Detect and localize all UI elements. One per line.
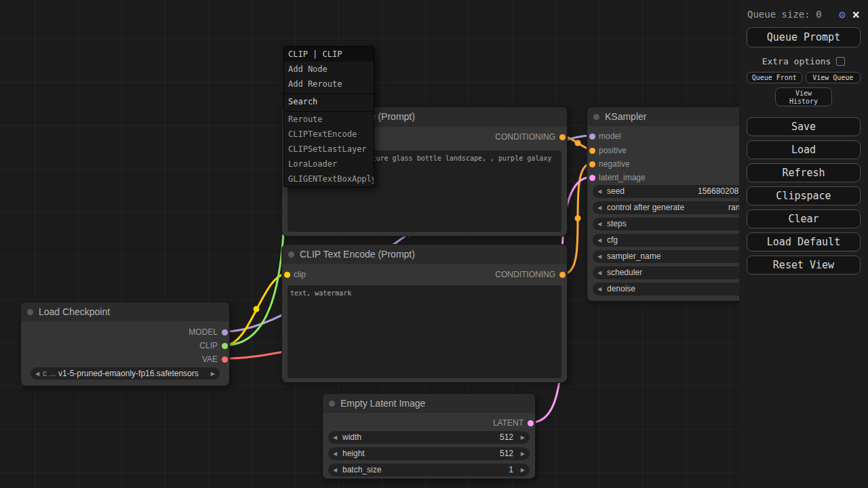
node-clip-text-encode-2[interactable]: CLIP Text Encode (Prompt) clip CONDITION…	[281, 244, 568, 383]
reset-view-button[interactable]: Reset View	[747, 256, 861, 274]
node-load-checkpoint[interactable]: Load Checkpoint MODEL CLIP VAE ◀ c ... v…	[20, 302, 230, 386]
collapse-toggle[interactable]	[27, 309, 33, 315]
menu-item-search[interactable]: Search	[284, 94, 374, 109]
output-slot-model[interactable]: MODEL	[21, 327, 229, 337]
save-button[interactable]: Save	[747, 117, 861, 136]
increment-arrow[interactable]: ▶	[521, 431, 525, 444]
output-dot-clip[interactable]	[222, 343, 228, 349]
input-dot-latent-image[interactable]	[589, 175, 595, 181]
slot-label: VAE	[202, 354, 218, 364]
widget-label: steps	[607, 218, 627, 230]
slot-label: LATENT	[493, 418, 524, 428]
menu-item-gligentextboxapply[interactable]: GLIGENTextBoxApply	[284, 171, 374, 186]
view-history-button[interactable]: View History	[775, 87, 832, 106]
extra-options-row: Extra options	[739, 55, 868, 67]
decrement-arrow[interactable]: ◀	[597, 283, 601, 296]
combo-label: c ...	[43, 367, 56, 380]
node-title: KSampler	[605, 111, 646, 122]
decrement-arrow[interactable]: ◀	[597, 218, 601, 230]
menu-item-add-node[interactable]: Add Node	[284, 62, 374, 77]
view-queue-button[interactable]: View Queue	[806, 72, 861, 83]
widget-batch-size[interactable]: ◀ batch_size 1 ▶	[328, 464, 530, 476]
widget-label: height	[342, 447, 365, 460]
menu-item-clipsetlastlayer[interactable]: CLIPSetLastLayer	[284, 142, 374, 157]
output-dot-model[interactable]	[222, 329, 228, 336]
node-titlebar[interactable]: CLIP Text Encode (Prompt)	[282, 245, 567, 264]
node-empty-latent-image[interactable]: Empty Latent Image LATENT ◀ width 512 ▶ …	[322, 393, 536, 479]
widget-value: 1	[509, 464, 513, 476]
collapse-toggle[interactable]	[593, 114, 599, 120]
node-titlebar[interactable]: Empty Latent Image	[323, 394, 535, 413]
combo-next-arrow[interactable]: ▶	[211, 367, 215, 380]
wire-clip-link	[226, 274, 287, 345]
clear-button[interactable]: Clear	[747, 209, 861, 228]
node-title: Empty Latent Image	[340, 398, 425, 409]
clipspace-button[interactable]: Clipspace	[747, 186, 861, 205]
widget-label: width	[342, 431, 361, 444]
queue-front-button[interactable]: Queue Front	[747, 72, 802, 83]
menu-item-cliptextencode[interactable]: CLIPTextEncode	[284, 127, 374, 142]
collapse-toggle[interactable]	[329, 401, 335, 407]
slot-label: CONDITIONING	[495, 132, 555, 142]
node-graph-canvas[interactable]: CLIP Text Encode (Prompt) clip CONDITION…	[0, 0, 868, 488]
queue-size-label: Queue size: 0	[747, 9, 839, 20]
output-slot-clip[interactable]: CLIP	[21, 341, 229, 350]
output-dot-vae[interactable]	[222, 357, 228, 363]
context-menu-title: CLIP | CLIP	[284, 47, 374, 62]
link-midpoint-dot-conditioning2	[575, 216, 581, 222]
output-slot-latent[interactable]: LATENT	[323, 418, 535, 428]
menu-item-add-reroute[interactable]: Add Reroute	[284, 77, 374, 92]
decrement-arrow[interactable]: ◀	[597, 185, 601, 198]
output-dot-conditioning[interactable]	[559, 134, 566, 140]
increment-arrow[interactable]: ▶	[521, 447, 525, 460]
widget-label: batch_size	[342, 464, 381, 476]
output-slot-vae[interactable]: VAE	[21, 354, 229, 364]
settings-gear-icon[interactable]: ⚙	[839, 8, 846, 21]
decrement-arrow[interactable]: ◀	[597, 201, 601, 214]
node-titlebar[interactable]: Load Checkpoint	[21, 302, 229, 321]
output-slot-conditioning[interactable]: CONDITIONING	[282, 270, 567, 279]
decrement-arrow[interactable]: ◀	[597, 266, 601, 279]
combo-value: v1-5-pruned-emaonly-fp16.safetensors	[58, 367, 199, 380]
close-icon[interactable]: ×	[852, 9, 860, 20]
refresh-button[interactable]: Refresh	[747, 163, 861, 182]
menu-header: Queue size: 0 ⚙ ×	[739, 0, 868, 24]
widget-label: sampler_name	[607, 250, 660, 263]
slot-label: latent_image	[599, 173, 646, 182]
output-dot-latent[interactable]	[528, 420, 534, 426]
decrement-arrow[interactable]: ◀	[333, 431, 337, 444]
menu-button-list: Save Load Refresh Clipspace Clear Load D…	[739, 117, 868, 274]
input-dot-positive[interactable]	[589, 148, 595, 154]
widget-width[interactable]: ◀ width 512 ▶	[328, 431, 530, 444]
queue-buttons-row: Queue Front View Queue	[747, 72, 861, 83]
collapse-toggle[interactable]	[288, 251, 294, 258]
widget-value: 1566802087	[698, 185, 743, 198]
widget-label: scheduler	[607, 266, 642, 279]
input-dot-model[interactable]	[589, 134, 595, 140]
menu-item-loraloader[interactable]: LoraLoader	[284, 157, 374, 171]
node-title: CLIP Text Encode (Prompt)	[300, 249, 415, 260]
ckpt-name-combo-widget[interactable]: ◀ c ... v1-5-pruned-emaonly-fp16.safeten…	[31, 367, 220, 380]
queue-prompt-button[interactable]: Queue Prompt	[747, 27, 861, 47]
widget-label: seed	[607, 185, 625, 198]
input-dot-negative[interactable]	[589, 161, 595, 167]
load-default-button[interactable]: Load Default	[747, 232, 861, 251]
decrement-arrow[interactable]: ◀	[597, 250, 601, 263]
decrement-arrow[interactable]: ◀	[333, 464, 337, 476]
increment-arrow[interactable]: ▶	[521, 464, 525, 476]
extra-options-checkbox[interactable]	[836, 57, 845, 66]
slot-label: CLIP	[199, 341, 218, 350]
widget-height[interactable]: ◀ height 512 ▶	[328, 447, 530, 460]
combo-prev-arrow[interactable]: ◀	[35, 367, 39, 380]
menu-item-reroute[interactable]: Reroute	[284, 112, 374, 127]
slot-label: CONDITIONING	[495, 270, 555, 279]
load-button[interactable]: Load	[747, 140, 861, 159]
output-dot-conditioning[interactable]	[559, 272, 566, 278]
decrement-arrow[interactable]: ◀	[333, 447, 337, 460]
prompt-text-area[interactable]: text, watermark	[288, 285, 561, 378]
slot-label: positive	[599, 146, 627, 155]
widget-label: cfg	[607, 234, 618, 247]
widget-label: control after generate	[607, 201, 684, 214]
decrement-arrow[interactable]: ◀	[597, 234, 601, 247]
link-midpoint-dot-conditioning1	[575, 140, 581, 146]
